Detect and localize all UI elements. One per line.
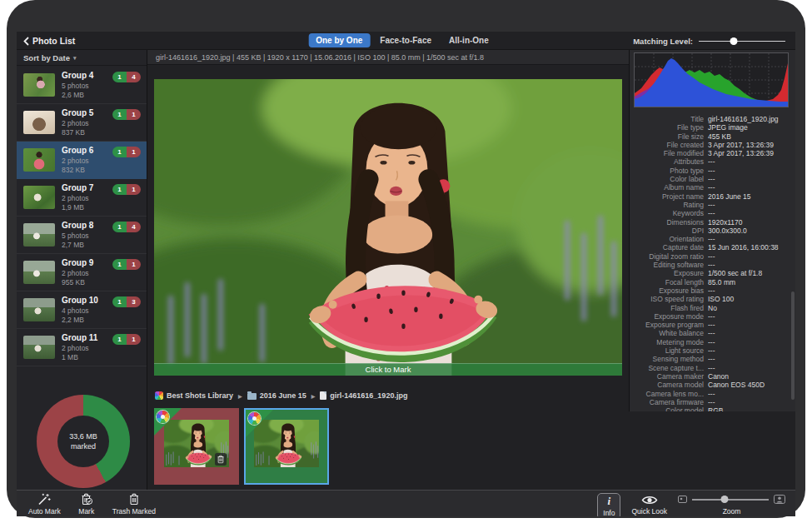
- breadcrumb: Best Shots Library 2016 June 15 girl-146…: [155, 389, 407, 402]
- metadata-row: File type JPEG image: [630, 123, 790, 132]
- metadata-value: ---: [708, 398, 715, 406]
- group-list-item[interactable]: Group 11 2 photos 1 MB 1 1: [17, 329, 147, 366]
- zoom-slider[interactable]: [692, 496, 769, 504]
- metadata-label: Photo type: [630, 167, 708, 175]
- breadcrumb-item[interactable]: girl-1461616_1920.jpg: [311, 391, 408, 400]
- metadata-row: Scene capture t... ---: [630, 364, 790, 372]
- matching-level-slider[interactable]: [699, 37, 785, 45]
- metadata-label: Exposure mode: [630, 312, 708, 321]
- slider-thumb[interactable]: [730, 37, 737, 45]
- click-to-mark-button[interactable]: Click to Mark: [154, 363, 622, 376]
- trash-icon: [217, 455, 225, 464]
- marked-size-caption: marked: [71, 441, 96, 451]
- metadata-value: 455 KB: [708, 132, 731, 141]
- metadata-label: File created: [630, 141, 708, 149]
- metadata-row: Color label ---: [630, 175, 790, 183]
- groups-sidebar: Sort by Date ▾ Group 4 5 photos 2,6 MB 1…: [17, 50, 147, 490]
- group-list-item[interactable]: Group 9 2 photos 955 KB 1 1: [17, 254, 147, 291]
- metadata-value: RGB: [708, 406, 723, 411]
- metadata-row: Digital zoom ratio ---: [630, 252, 790, 261]
- group-kept-marked-badge: 1 1: [112, 109, 141, 120]
- filmstrip-thumbnail[interactable]: [244, 408, 329, 485]
- marked-count: 4: [127, 222, 141, 232]
- metadata-row: Editing software ---: [630, 261, 790, 269]
- metadata-label: Color label: [630, 175, 708, 183]
- metadata-value: ---: [708, 364, 715, 372]
- breadcrumb-item[interactable]: Best Shots Library: [155, 391, 233, 400]
- marked-trash-badge[interactable]: [215, 453, 227, 466]
- breadcrumb-item[interactable]: 2016 June 15: [238, 391, 306, 400]
- group-list-item[interactable]: Group 4 5 photos 2,6 MB 1 4: [17, 67, 147, 104]
- back-to-photo-list-button[interactable]: Photo List: [23, 32, 75, 50]
- photos-library-icon: [157, 411, 169, 423]
- mark-button[interactable]: Mark: [75, 493, 98, 516]
- breadcrumb-label: girl-1461616_1920.jpg: [330, 391, 407, 400]
- group-list-item[interactable]: Group 7 2 photos 1,9 MB 1 1: [17, 179, 147, 217]
- quick-look-button[interactable]: Quick Look: [631, 493, 667, 516]
- metadata-value: Canon: [708, 372, 729, 381]
- metadata-row: Capture date 15 Jun 2016, 16:00:38: [630, 243, 790, 252]
- group-thumbnail: [23, 73, 55, 97]
- toolbar-right-group: i Info Quick Look: [597, 493, 785, 516]
- metadata-label: Title: [630, 115, 708, 123]
- metadata-label: Capture date: [630, 243, 708, 252]
- metadata-label: Color model: [630, 406, 708, 411]
- metadata-value: 300.0x300.0: [708, 227, 747, 235]
- zoom-slider-track[interactable]: [692, 499, 769, 501]
- inspector-scrollbar[interactable]: [791, 291, 795, 400]
- metadata-row: DPI 300.0x300.0: [630, 227, 790, 235]
- metadata-value: ---: [708, 286, 715, 295]
- group-thumbnail: [23, 223, 55, 247]
- group-list-item[interactable]: Group 5 2 photos 837 KB 1 1: [17, 104, 147, 142]
- marked-count: 1: [127, 334, 141, 345]
- view-mode-tab[interactable]: One by One: [308, 33, 370, 47]
- metadata-value: 85.0 mm: [708, 278, 735, 286]
- auto-mark-button[interactable]: Auto Mark: [28, 493, 61, 516]
- trash-marked-button[interactable]: Trash Marked: [112, 493, 156, 516]
- group-list-item[interactable]: Group 6 2 photos 832 KB 1 1: [17, 142, 147, 179]
- metadata-label: File size: [630, 132, 708, 141]
- metadata-row: Photo type ---: [630, 167, 790, 175]
- metadata-row: Camera firmware ---: [630, 398, 790, 406]
- group-kept-marked-badge: 1 1: [112, 259, 141, 270]
- metadata-value: ---: [708, 338, 715, 346]
- marked-size-value: 33,6 MB: [69, 431, 97, 441]
- group-name: Group 7: [62, 183, 93, 192]
- metadata-label: Sensing method: [630, 355, 708, 363]
- metadata-value: 2016 June 15: [708, 192, 751, 201]
- info-button[interactable]: i Info: [597, 493, 620, 516]
- metadata-label: Rating: [630, 201, 708, 209]
- slider-track[interactable]: [699, 41, 785, 42]
- trash-icon: [128, 493, 140, 506]
- group-kept-marked-badge: 1 3: [112, 296, 141, 307]
- metadata-value: Canon EOS 450D: [708, 381, 765, 389]
- matching-level-label: Matching Level:: [633, 37, 693, 46]
- zoom-label: Zoom: [723, 507, 741, 516]
- marked-count: 1: [127, 109, 141, 120]
- view-mode-tab[interactable]: Face-to-Face: [372, 33, 439, 47]
- group-photo-count: 2 photos: [62, 344, 89, 352]
- metadata-row: Dimensions 1920x1170: [630, 218, 790, 227]
- main-photo[interactable]: Click to Mark: [154, 79, 622, 376]
- metadata-row: Sensing method ---: [630, 355, 790, 363]
- kept-count: 1: [112, 109, 127, 120]
- matching-level-control: Matching Level:: [633, 32, 785, 50]
- view-mode-tab[interactable]: All-in-One: [441, 33, 496, 47]
- zoom-slider-thumb[interactable]: [720, 496, 728, 503]
- marked-count: 4: [127, 72, 141, 82]
- sort-label: Sort by Date: [23, 50, 70, 66]
- main-photo-image: [154, 79, 622, 376]
- group-list-item[interactable]: Group 8 5 photos 2,7 MB 1 4: [17, 217, 147, 254]
- group-photo-count: 4 photos: [62, 306, 89, 315]
- metadata-value: ---: [708, 209, 715, 217]
- kept-count: 1: [112, 184, 127, 195]
- sort-dropdown[interactable]: Sort by Date ▾: [17, 50, 147, 66]
- metadata-value: 1920x1170: [708, 218, 742, 227]
- filmstrip-thumbnail[interactable]: [154, 408, 239, 485]
- metadata-value: ISO 100: [708, 295, 734, 303]
- group-name: Group 9: [62, 258, 93, 267]
- group-list-item[interactable]: Group 10 4 photos 2,2 MB 1 3: [17, 291, 147, 329]
- metadata-label: Editing software: [630, 261, 708, 269]
- metadata-row: Focal length 85.0 mm: [630, 278, 790, 286]
- metadata-row: Exposure program ---: [630, 321, 790, 329]
